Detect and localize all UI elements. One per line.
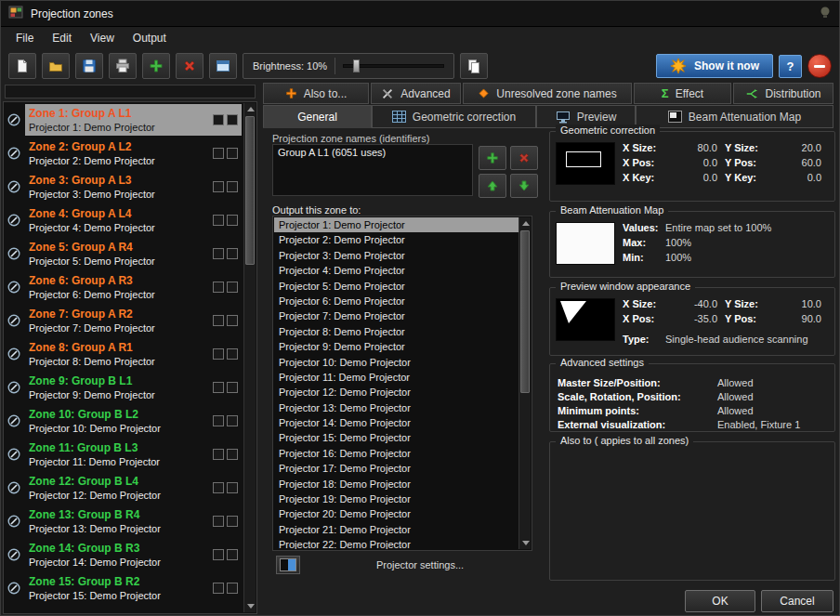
save-button[interactable] [75, 53, 103, 79]
zone-checkbox-2[interactable] [227, 315, 238, 326]
help-button[interactable]: ? [779, 55, 802, 78]
zone-list-scrollbar[interactable] [243, 103, 256, 612]
zone-list-item[interactable]: Zone 1: Group A L1 Projector 1: Demo Pro… [5, 103, 243, 137]
projector-list-item[interactable]: Projector 7: Demo Projector [274, 308, 518, 323]
zone-checkbox-2[interactable] [227, 114, 238, 125]
projector-list-item[interactable]: Projector 11: Demo Projector [274, 370, 518, 385]
zone-checkbox-2[interactable] [227, 348, 238, 360]
open-button[interactable] [42, 53, 70, 79]
zone-row-body[interactable]: Zone 5: Group A R4 Projector 5: Demo Pro… [25, 238, 242, 269]
zone-names-list[interactable]: Group A L1 (6051 uses) [272, 144, 473, 196]
zone-list-item[interactable]: Zone 10: Group B L2 Projector 10: Demo P… [5, 404, 243, 438]
zone-list-item[interactable]: Zone 6: Group A R3 Projector 6: Demo Pro… [5, 270, 243, 304]
zone-checkbox-1[interactable] [213, 583, 224, 594]
edit-zone-icon[interactable] [7, 548, 20, 561]
zone-checkbox-2[interactable] [227, 549, 238, 560]
zone-list-item[interactable]: Zone 13: Group B R4 Projector 13: Demo P… [5, 505, 243, 538]
zone-checkbox-1[interactable] [213, 482, 224, 493]
zone-checkbox-1[interactable] [213, 348, 224, 360]
edit-zone-icon[interactable] [7, 582, 20, 595]
projector-list-item[interactable]: Projector 1: Demo Projector [274, 217, 518, 232]
zone-list-item[interactable]: Zone 12: Group B L4 Projector 12: Demo P… [5, 471, 243, 505]
zone-checkbox-2[interactable] [227, 516, 238, 527]
edit-zone-icon[interactable] [7, 281, 20, 294]
zone-row-body[interactable]: Zone 12: Group B L4 Projector 12: Demo P… [25, 472, 242, 504]
menu-edit[interactable]: Edit [43, 28, 81, 48]
projector-list-item[interactable]: Projector 3: Demo Projector [274, 248, 518, 263]
zone-checkbox-1[interactable] [213, 315, 224, 326]
add-zone-name-button[interactable] [479, 146, 506, 170]
projector-list-item[interactable]: Projector 21: Demo Projector [274, 522, 518, 537]
edit-zone-icon[interactable] [7, 448, 20, 461]
zone-list-item[interactable]: Zone 3: Group A L3 Projector 3: Demo Pro… [5, 170, 243, 203]
zone-list-item[interactable]: Zone 5: Group A R4 Projector 5: Demo Pro… [5, 237, 243, 270]
zone-list-item[interactable]: Zone 2: Group A L2 Projector 2: Demo Pro… [5, 137, 243, 170]
scroll-up-icon[interactable] [244, 103, 256, 115]
projector-list-item[interactable]: Projector 18: Demo Projector [274, 477, 518, 491]
projector-list-item[interactable]: Projector 15: Demo Projector [274, 430, 518, 445]
beam-map-thumbnail[interactable] [556, 222, 615, 265]
projector-list-item[interactable]: Projector 17: Demo Projector [274, 461, 518, 476]
distribution-button[interactable]: Distribution [733, 83, 833, 104]
zone-list-item[interactable]: Zone 15: Group B R2 Projector 15: Demo P… [5, 571, 243, 605]
zone-checkbox-2[interactable] [227, 382, 238, 393]
zone-list-item[interactable]: Zone 4: Group A L4 Projector 4: Demo Pro… [5, 203, 243, 237]
projector-list-item[interactable]: Projector 2: Demo Projector [274, 232, 518, 247]
bulb-icon[interactable] [819, 6, 832, 22]
add-zone-button[interactable] [142, 53, 170, 79]
scrollbar-thumb[interactable] [245, 116, 255, 265]
cancel-button[interactable]: Cancel [761, 590, 833, 612]
projector-list-item[interactable]: Projector 20: Demo Projector [274, 506, 518, 521]
zone-checkbox-1[interactable] [213, 382, 224, 393]
copy-button[interactable] [460, 53, 488, 79]
unresolved-zone-names-button[interactable]: Unresolved zone names [463, 83, 632, 104]
zone-checkbox-1[interactable] [213, 549, 224, 560]
projector-list-item[interactable]: Projector 14: Demo Projector [274, 415, 518, 430]
zone-row-body[interactable]: Zone 8: Group A R1 Projector 8: Demo Pro… [25, 338, 242, 370]
scroll-down-icon[interactable] [244, 600, 256, 612]
zone-list-item[interactable]: Zone 11: Group B L3 Projector 11: Demo P… [5, 438, 243, 471]
move-down-button[interactable] [510, 174, 538, 198]
projector-display-button[interactable] [276, 556, 300, 574]
zone-checkbox-1[interactable] [213, 516, 224, 527]
tab-beam-attenuation-map[interactable]: Beam Attenuation Map [636, 105, 833, 128]
edit-zone-icon[interactable] [7, 381, 20, 394]
zone-row-body[interactable]: Zone 7: Group A R2 Projector 7: Demo Pro… [25, 305, 242, 336]
zone-checkbox-2[interactable] [227, 181, 238, 192]
edit-zone-icon[interactable] [7, 347, 20, 360]
zone-checkbox-1[interactable] [213, 114, 224, 125]
print-button[interactable] [109, 53, 137, 79]
menu-file[interactable]: File [7, 28, 43, 48]
zone-row-body[interactable]: Zone 14: Group B R3 Projector 14: Demo P… [25, 539, 242, 570]
zone-checkbox-2[interactable] [227, 215, 238, 226]
projector-list-item[interactable]: Projector 16: Demo Projector [274, 446, 518, 461]
zone-row-body[interactable]: Zone 10: Group B L2 Projector 10: Demo P… [25, 405, 242, 437]
edit-zone-icon[interactable] [7, 314, 20, 327]
zone-list-item[interactable]: Zone 8: Group A R1 Projector 8: Demo Pro… [5, 337, 243, 371]
zone-checkbox-1[interactable] [213, 248, 224, 259]
zone-list-item[interactable]: Zone 7: Group A R2 Projector 7: Demo Pro… [5, 304, 243, 337]
projector-list-item[interactable]: Projector 8: Demo Projector [274, 324, 518, 339]
menu-view[interactable]: View [81, 28, 124, 48]
tab-general[interactable]: General [263, 105, 372, 128]
edit-zone-icon[interactable] [7, 247, 20, 260]
zone-row-body[interactable]: Zone 11: Group B L3 Projector 11: Demo P… [25, 439, 242, 470]
zone-checkbox-2[interactable] [227, 248, 238, 259]
scroll-up-icon[interactable] [519, 217, 532, 229]
zone-checkbox-2[interactable] [227, 482, 238, 493]
edit-zone-icon[interactable] [7, 113, 20, 126]
remove-zone-name-button[interactable] [510, 146, 538, 170]
zone-checkbox-2[interactable] [227, 449, 238, 460]
projector-list-item[interactable]: Projector 19: Demo Projector [274, 491, 518, 506]
projector-list-item[interactable]: Projector 22: Demo Projector [274, 537, 518, 549]
zone-row-body[interactable]: Zone 2: Group A L2 Projector 2: Demo Pro… [25, 138, 242, 169]
slider-thumb[interactable] [353, 59, 360, 72]
preview-thumbnail[interactable] [556, 298, 615, 341]
move-up-button[interactable] [479, 174, 506, 198]
show-it-now-button[interactable]: Show it now [656, 54, 773, 78]
zone-row-body[interactable]: Zone 1: Group A L1 Projector 1: Demo Pro… [25, 104, 242, 136]
ok-button[interactable]: OK [685, 590, 755, 612]
projector-settings-button[interactable]: Projector settings... [308, 556, 532, 574]
zone-checkbox-1[interactable] [213, 181, 224, 192]
zone-list-item[interactable]: Zone 9: Group B L1 Projector 9: Demo Pro… [5, 371, 243, 404]
